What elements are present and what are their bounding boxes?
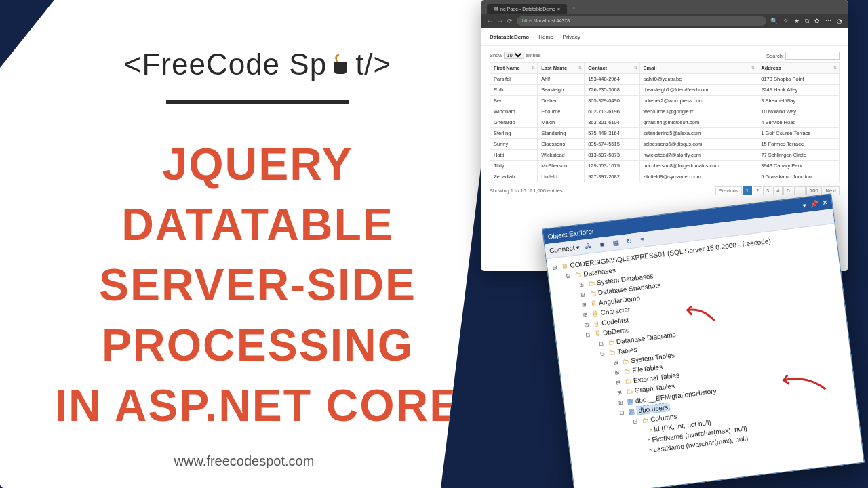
ssms-title-text: Object Explorer [547,227,595,240]
table-cell: 153-448-2964 [585,74,639,85]
col-email[interactable]: Email [639,63,757,74]
new-tab-button[interactable]: ＋ [568,3,580,14]
group-icon[interactable]: ≡ [637,234,648,245]
dropdown-icon[interactable]: ▾ [802,201,806,209]
table-cell: Makin [538,117,585,128]
datatable: First Name Last Name Contact Email Addre… [490,62,840,182]
table-cell: 813-507-5073 [585,150,639,161]
table-cell: tmcpherson8@hugedomains.com [639,161,757,171]
tab-close-icon[interactable]: × [557,7,560,12]
table-cell: 129-553-1079 [585,161,639,171]
menu-icon[interactable]: ⋯ [825,18,831,25]
tab-favicon: ▤ [494,6,498,12]
table-row[interactable]: GherardoMakin363-301-6104gmakin4@microso… [490,117,840,128]
col-contact[interactable]: Contact [585,63,639,74]
pager-page[interactable]: 4 [773,186,783,195]
table-row[interactable]: SterlingStandering575-449-3164sstanderin… [490,128,840,139]
address-bar[interactable]: https://localhost:44378 [517,16,766,26]
table-row[interactable]: SunnyClaessens835-574-5515sclaessens6@di… [490,139,840,150]
table-cell: Wickstead [538,150,585,161]
table-row[interactable]: ParsifalAhlf153-448-2964pahlf0@youtu.be0… [490,74,840,85]
table-cell: Beasleigh [538,85,585,96]
table-cell: Ahlf [538,74,585,85]
table-cell: Tildy [490,161,538,171]
title-line-1: JQuery Datatable [41,134,475,255]
tab-label: ne Page - DatatableDemo [500,7,555,12]
table-cell: webourne3@google.fr [639,106,757,117]
pager-page[interactable]: 3 [763,186,772,195]
refresh-icon[interactable]: ⟳ [507,18,513,24]
pager-page[interactable]: 5 [783,186,793,195]
col-address[interactable]: Address [757,63,840,74]
table-cell: 2249 Hauk Alley [757,85,840,96]
browser-tab[interactable]: ▤ ne Page - DatatableDemo × [487,4,567,14]
navbar-brand[interactable]: DatatableDemo [490,34,529,40]
table-row[interactable]: RolloBeasleigh726-235-3068rbeasleigh1@fr… [490,85,840,96]
title-line-2: Server-side [41,255,475,315]
table-row[interactable]: WindhamEbourne602-713-6196webourne3@goog… [490,106,840,117]
table-row[interactable]: ZebadiahLinfield927-397-2082zlinfield9@s… [490,171,840,182]
logo-text-right: t/> [355,47,391,81]
table-cell: 602-713-6196 [585,106,639,117]
footer-url: www.freecodespot.com [0,453,488,469]
table-cell: 3 Straubel Way [757,96,840,106]
url-scheme: https:// [522,18,536,23]
search-input[interactable] [785,52,840,60]
collections-icon[interactable]: ⧉ [805,18,809,25]
coffee-mug-icon [331,55,351,74]
extensions-icon[interactable]: ✿ [814,18,820,25]
datatable-header-row: First Name Last Name Contact Email Addre… [490,63,840,74]
nav-link-privacy[interactable]: Privacy [563,34,580,40]
connect-button[interactable]: Connect ▾ [549,243,580,254]
filter-icon[interactable]: ▦ [610,237,621,248]
title-line-4: in ASP.NET Core [41,375,475,436]
site-navbar: DatatableDemo Home Privacy [481,28,848,46]
forward-icon[interactable]: → [497,18,503,24]
table-cell: Sunny [490,139,538,150]
logo-text-left: <FreeCode Sp [124,47,327,81]
length-prefix: Show [490,52,502,58]
col-firstname[interactable]: First Name [490,63,538,74]
close-icon[interactable]: ✕ [822,199,828,207]
table-cell: Gherardo [490,117,538,128]
table-cell: 726-235-3068 [585,85,639,96]
pager-ellipsis: … [794,186,806,195]
table-cell: 0173 Shopko Point [757,74,840,85]
pager-page[interactable]: 1 [743,186,752,195]
table-cell: gmakin4@microsoft.com [639,117,757,128]
pager-page[interactable]: 100 [806,186,822,195]
pager-prev[interactable]: Previous [715,186,742,195]
url-port: :44378 [555,18,570,23]
table-row[interactable]: HattiWickstead813-507-5073hwickstead7@st… [490,150,840,161]
table-cell: Standering [538,128,585,139]
title-line-3: processing [41,315,475,375]
back-icon[interactable]: ← [487,18,493,24]
table-cell: 10 Moland Way [757,106,840,117]
datatable-pager: Previous 1 2 3 4 5 … 100 Next [715,186,840,195]
table-row[interactable]: TildyMcPherson129-553-1079tmcpherson8@hu… [490,161,840,171]
favorites-icon[interactable]: ★ [794,18,800,25]
length-suffix: entries [526,52,541,58]
table-cell: 305-329-0490 [585,96,639,106]
nav-link-home[interactable]: Home [538,34,553,40]
col-lastname[interactable]: Last Name [538,63,585,74]
length-select[interactable]: 10 [504,52,524,59]
browser-action-icons: 🔍 ✧ ★ ⧉ ✿ ⋯ ◔ [770,18,842,25]
table-cell: Ber [490,96,538,106]
pager-page[interactable]: 2 [753,186,762,195]
table-cell: 927-397-2082 [585,171,639,182]
promo-title: JQuery Datatable Server-side processing … [41,134,475,436]
profile-icon[interactable]: ◔ [837,18,842,25]
table-cell: Windham [490,106,538,117]
reader-icon[interactable]: ✧ [783,18,789,25]
refresh-icon[interactable]: ↻ [624,236,635,247]
table-cell: Dreher [538,96,585,106]
search-icon[interactable]: 🔍 [770,18,778,25]
disconnect-icon[interactable]: 🖧 [583,241,594,251]
table-cell: Sterling [490,128,538,139]
table-cell: Linfield [538,171,585,182]
stop-icon[interactable]: ■ [597,239,608,250]
table-cell: Hatti [490,150,538,161]
pin-icon[interactable]: 📌 [810,199,818,207]
table-row[interactable]: BerDreher305-329-0490bdreher2@wordpress.… [490,96,840,106]
